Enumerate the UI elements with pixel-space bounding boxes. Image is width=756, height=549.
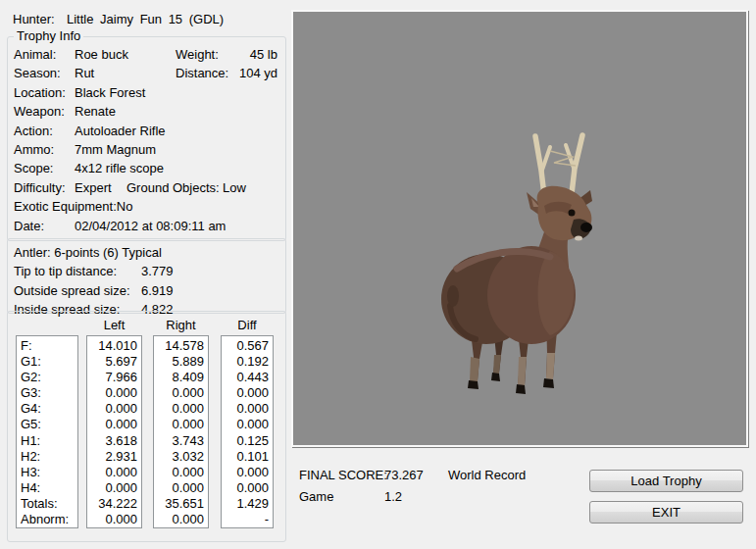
trophy-field-row: Scope:4x12 rifle scope [14,159,279,177]
measurement-cell: 0.000 [87,385,141,401]
field-value: No [117,199,133,214]
field-label: Date: [14,217,75,235]
measurement-names-listbox: F:G1:G2:G3:G4:G5:H1:H2:H3:H4:Totals:Abno… [16,335,78,528]
field-value: Roe buck [75,47,128,62]
measurement-cell: 0.567 [222,338,273,354]
field-value: 4x12 rifle scope [75,161,164,175]
trophy-info-group: Trophy Info Animal:Roe buckWeight:45 lbS… [7,36,286,241]
field-label: Ground Objects: [126,178,220,197]
field-label: Weapon: [14,102,75,121]
field-label: Difficulty: [14,178,75,197]
exit-button[interactable]: EXIT [589,501,743,524]
measurement-cell: 0.000 [87,417,141,432]
field-label: Animal: [14,45,75,64]
measurement-row-name: H1: [17,433,77,449]
trophy-field-row: Weapon:Renate [14,102,279,121]
measurement-cell: 0.000 [154,480,208,496]
measurements-group: Left Right Diff F:G1:G2:G3:G4:G5:H1:H2:H… [7,311,286,542]
measurement-cell: 3.618 [87,433,141,449]
measurement-row-name: G4: [17,401,77,417]
field-value: 3.779 [141,262,174,280]
trophy-field-row: Exotic Equipment:No [14,197,279,216]
field-label: Location: [14,83,75,102]
measurement-row-name: G1: [17,354,77,370]
measurement-cell: 0.125 [222,433,273,449]
game-version-label: Game [299,489,333,504]
field-value: 6.919 [141,281,174,300]
measurement-cell: 2.931 [87,449,141,465]
trophy-info-fields: Animal:Roe buckWeight:45 lbSeason:RutDis… [14,45,279,235]
hunter-value: Little Jaimy Fun 15 (GDL) [67,12,224,26]
game-version-value: 1.2 [384,489,402,504]
measurement-cell: 5.697 [87,354,141,370]
column-header-left: Left [86,318,142,332]
antler-summary-row: Antler: 6-points (6) Typical [14,243,279,262]
measurement-cell: 0.000 [87,465,141,480]
measurement-cell: 0.000 [154,401,208,417]
measurement-row-name: H2: [17,449,77,465]
measurement-cell: - [222,512,273,527]
field-label: Outside spread size: [14,283,130,298]
measurement-cell: 0.000 [154,465,208,480]
antler-field-row: Outside spread size:6.919 [14,281,279,300]
measurement-cell: 7.966 [87,370,141,385]
trophy-field-row: Difficulty:ExpertGround Objects:Low [14,178,279,197]
measurement-cell: 5.889 [154,354,208,370]
measurement-row-name: Totals: [17,496,77,512]
measurement-cell: 0.000 [154,512,208,527]
field-value: Rut [75,66,94,80]
measurement-cell: 0.443 [222,370,273,385]
measurement-cell: 14.010 [87,338,141,354]
field-label: Distance: [176,64,228,82]
antler-fields: Antler: 6-points (6) Typical Tip to tip … [14,243,279,319]
measurement-row-name: H4: [17,480,77,496]
antler-summary: Antler: 6-points (6) Typical [14,245,162,260]
trophy-field-row: Season:RutDistance:104 yd [14,64,279,82]
world-record-badge: World Record [448,468,526,482]
measurement-cell: 0.192 [222,354,273,370]
measurement-cell: 0.000 [222,401,273,417]
load-trophy-button[interactable]: Load Trophy [589,470,743,492]
field-label: Action: [14,122,75,140]
measurement-cell: 0.000 [87,512,141,527]
column-header-right: Right [153,318,209,332]
measurement-cell: 0.000 [154,385,208,401]
measurement-cell: 8.409 [154,370,208,385]
measurement-row-name: Abnorm: [17,512,77,527]
field-value: 7mm Magnum [75,142,156,157]
trophy-info-title: Trophy Info [14,29,83,43]
field-label: Tip to tip distance: [14,264,117,278]
field-value: Expert [75,180,112,195]
trophy-field-row: Animal:Roe buckWeight:45 lb [14,45,279,64]
measurement-row-name: G2: [17,370,77,385]
field-label: Exotic Equipment: [14,197,117,216]
hunter-label: Hunter: [13,12,55,26]
measurement-row-name: G3: [17,385,77,401]
field-label: Season: [14,64,75,82]
measurement-cell: 3.743 [154,433,208,449]
field-value: Low [223,178,246,197]
measurement-cell: 0.000 [222,417,273,432]
measurement-cell: 34.222 [87,496,141,512]
measurement-cell: 0.101 [222,449,273,465]
measurement-cell: 0.000 [222,480,273,496]
field-value: Autoloader Rifle [75,124,166,138]
field-value: 45 lb [250,45,277,64]
measurement-row-name: H3: [17,465,77,480]
measurement-right-listbox: 14.5785.8898.4090.0000.0000.0003.7433.03… [153,335,209,528]
final-score-label: FINAL SCORE: [299,468,387,482]
measurement-cell: 0.000 [222,385,273,401]
trophy-field-row: Location:Black Forest [14,83,279,102]
field-value: Black Forest [75,85,145,100]
trophy-3d-viewport[interactable] [291,10,748,447]
measurement-cell: 35.651 [154,496,208,512]
antler-group: Antler: 6-points (6) Typical Tip to tip … [7,238,286,314]
antler-field-row: Tip to tip distance:3.779 [14,262,279,280]
measurement-cell: 3.032 [154,449,208,465]
field-label: Weight: [176,45,219,64]
column-header-diff: Diff [221,318,274,332]
measurement-left-listbox: 14.0105.6977.9660.0000.0000.0003.6182.93… [86,335,142,528]
field-value: 02/04/2012 at 08:09:11 am [75,219,226,233]
field-value: 104 yd [239,64,277,82]
measurement-cell: 0.000 [222,465,273,480]
